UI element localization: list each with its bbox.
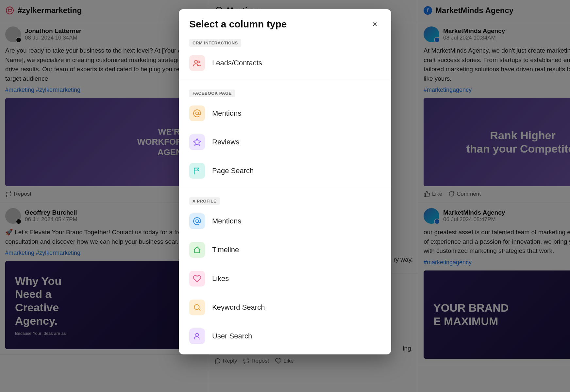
svg-point-4 (196, 112, 199, 115)
close-icon (372, 21, 378, 27)
option-label: User Search (212, 332, 252, 340)
close-button[interactable] (369, 18, 381, 30)
svg-point-7 (194, 304, 199, 309)
search-icon (189, 300, 205, 315)
option-label: Leads/Contacts (212, 59, 262, 67)
section-label: FACEBOOK PAGE (189, 90, 235, 97)
option-fb-pagesearch[interactable]: Page Search (179, 156, 391, 185)
option-leads[interactable]: Leads/Contacts (179, 49, 391, 77)
at-icon (189, 213, 205, 229)
option-x-timeline[interactable]: Timeline (179, 236, 391, 264)
option-fb-reviews[interactable]: Reviews (179, 128, 391, 156)
heart-icon (189, 271, 205, 286)
home-icon (189, 242, 205, 258)
option-x-keyword[interactable]: Keyword Search (179, 293, 391, 322)
at-icon (189, 106, 205, 121)
dialog-title: Select a column type (189, 19, 287, 30)
option-fb-mentions[interactable]: Mentions (179, 99, 391, 128)
svg-point-3 (198, 61, 200, 63)
option-x-mentions[interactable]: Mentions (179, 207, 391, 236)
option-label: Reviews (212, 138, 239, 146)
option-label: Keyword Search (212, 303, 265, 312)
option-label: Mentions (212, 217, 241, 225)
column-type-dialog: Select a column type CRM INTERACTIONSLea… (179, 9, 391, 354)
user-icon (189, 328, 205, 344)
option-label: Mentions (212, 109, 241, 118)
svg-point-2 (194, 60, 197, 63)
star-icon (189, 134, 205, 150)
option-label: Page Search (212, 167, 254, 175)
flag-icon (189, 163, 205, 179)
option-x-user[interactable]: User Search (179, 322, 391, 351)
option-label: Timeline (212, 246, 239, 254)
svg-point-6 (196, 220, 199, 223)
section-label: CRM INTERACTIONS (189, 39, 241, 47)
section-label: X PROFILE (189, 197, 220, 205)
option-label: Likes (212, 274, 229, 283)
svg-point-8 (196, 333, 199, 336)
people-icon (189, 55, 205, 71)
option-x-likes[interactable]: Likes (179, 264, 391, 293)
svg-marker-5 (193, 139, 201, 145)
